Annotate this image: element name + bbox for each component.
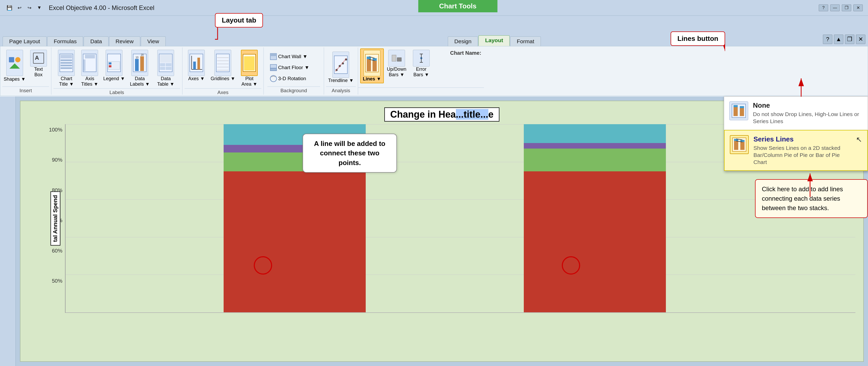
svg-rect-70 <box>734 107 738 116</box>
y-axis-label: tal Annual Spend <box>50 192 60 246</box>
svg-rect-25 <box>160 55 172 63</box>
bar-2 <box>524 124 666 312</box>
legend-button[interactable]: Legend ▼ <box>102 48 126 83</box>
svg-rect-10 <box>61 65 72 66</box>
axes-group-label: Axes <box>185 88 261 95</box>
plot-area-label: PlotArea ▼ <box>242 76 257 87</box>
error-bars-button[interactable]: ErrorBars ▼ <box>409 48 433 79</box>
bar2-seg-red <box>524 171 666 312</box>
circle-1 <box>254 256 272 274</box>
redo-btn[interactable]: ↪ <box>25 4 34 12</box>
updown-bars-label: Up/DownBars ▼ <box>387 67 406 77</box>
undo-btn[interactable]: ↩ <box>15 4 24 12</box>
tab-layout[interactable]: Layout <box>478 35 509 46</box>
axes-button[interactable]: Axes ▼ <box>185 48 208 83</box>
y-label-90: 90% <box>52 157 62 163</box>
close-btn[interactable]: ✕ <box>853 4 863 11</box>
help-icon[interactable]: ? <box>823 35 832 44</box>
tab-formulas[interactable]: Formulas <box>47 36 83 46</box>
svg-rect-77 <box>740 142 745 150</box>
svg-rect-55 <box>367 59 371 71</box>
series-lines-title: Series Lines <box>753 135 851 143</box>
plot-area-button[interactable]: PlotArea ▼ <box>238 48 261 88</box>
svg-rect-21 <box>140 56 144 71</box>
data-labels-button[interactable]: 1020 DataLabels ▼ <box>127 48 152 88</box>
svg-rect-35 <box>216 54 229 72</box>
tab-data[interactable]: Data <box>84 36 108 46</box>
none-text: None Do not show Drop Lines, High-Low Li… <box>753 101 863 125</box>
labels-group: ChartTitle ▼ AxisTitles ▼ Legend ▼ <box>51 47 182 95</box>
shapes-button[interactable]: Shapes ▼ <box>2 48 27 83</box>
chart-wall-button[interactable]: Chart Wall ▼ <box>268 52 315 61</box>
dropdown-series-lines-item[interactable]: Series Lines Show Series Lines on a 2D s… <box>724 130 868 171</box>
chart-name-label: Chart Name: <box>450 50 481 56</box>
tab-review[interactable]: Review <box>109 36 140 46</box>
svg-rect-9 <box>61 62 72 64</box>
axes-group: Axes ▼ Gridlines ▼ PlotArea ▼ Axes <box>182 47 264 95</box>
chart-floor-button[interactable]: Chart Floor ▼ <box>268 63 315 72</box>
analysis-group-label: Analysis <box>326 87 356 94</box>
updown-bars-button[interactable]: Up/DownBars ▼ <box>385 48 408 79</box>
help-btn[interactable]: ? <box>819 4 828 11</box>
error-bars-label: ErrorBars ▼ <box>413 67 429 77</box>
svg-rect-33 <box>193 62 196 69</box>
text-box-button[interactable]: A TextBox <box>28 48 49 79</box>
cursor-indicator: ↖ <box>856 135 862 144</box>
restore-btn[interactable]: ❐ <box>842 4 851 11</box>
shapes-label: Shapes ▼ <box>4 76 26 82</box>
window-controls[interactable]: ? — ❐ ✕ <box>819 4 863 11</box>
svg-rect-17 <box>109 62 112 64</box>
svg-rect-26 <box>160 63 165 66</box>
svg-rect-29 <box>166 67 172 70</box>
axis-titles-button[interactable]: AxisTitles ▼ <box>79 48 101 88</box>
svg-point-2 <box>15 57 21 62</box>
trendline-label: Trendline ▼ <box>328 78 354 83</box>
minimize-btn[interactable]: — <box>830 4 840 11</box>
svg-rect-11 <box>61 67 72 69</box>
insert-group-label: Insert <box>2 87 49 94</box>
ribbon-content: Shapes ▼ A TextBox Insert <box>0 46 868 96</box>
app-title: Excel Objective 4.00 - Microsoft Excel <box>49 4 154 11</box>
legend-label: Legend ▼ <box>103 76 125 81</box>
chart-floor-label: Chart Floor ▼ <box>278 65 309 70</box>
none-title: None <box>753 101 863 109</box>
chart-wall-label: Chart Wall ▼ <box>278 54 308 60</box>
y-label-60: 60% <box>52 248 62 254</box>
chart-title-button[interactable]: ChartTitle ▼ <box>55 48 78 88</box>
data-table-label: DataTable ▼ <box>157 76 174 87</box>
tab-page-layout[interactable]: Page Layout <box>3 36 46 46</box>
svg-rect-46 <box>270 64 277 68</box>
gridlines-label: Gridlines ▼ <box>211 76 235 81</box>
3d-rotation-button[interactable]: 3-D Rotation <box>268 74 315 83</box>
tab-view[interactable]: View <box>141 36 166 46</box>
svg-text:A: A <box>35 55 39 61</box>
svg-rect-71 <box>734 105 738 107</box>
data-labels-label: DataLabels ▼ <box>130 76 150 87</box>
trendline-button[interactable]: Trendline ▼ <box>327 50 355 85</box>
row-numbers <box>0 96 16 366</box>
lines-dropdown[interactable]: None Do not show Drop Lines, High-Low Li… <box>724 96 868 171</box>
svg-text:20: 20 <box>141 54 144 56</box>
circle-2 <box>562 256 580 274</box>
chart-tools-label: Chart Tools <box>439 2 476 10</box>
dropdown-none-item[interactable]: None Do not show Drop Lines, High-Low Li… <box>724 97 868 130</box>
axes-label: Axes ▼ <box>188 76 205 81</box>
quick-access-toolbar[interactable]: 💾 ↩ ↪ ▼ <box>5 4 43 12</box>
svg-rect-14 <box>83 60 86 71</box>
data-table-button[interactable]: DataTable ▼ <box>153 48 178 88</box>
none-icon <box>729 101 748 120</box>
customize-btn[interactable]: ▼ <box>35 4 43 12</box>
gridlines-button[interactable]: Gridlines ▼ <box>209 48 237 83</box>
close-icon[interactable]: ✕ <box>856 35 865 44</box>
minimize-ribbon-btn[interactable]: ▲ <box>834 35 843 44</box>
click-here-callout: Click here to add to add lines connectin… <box>755 179 868 218</box>
svg-rect-62 <box>397 58 401 61</box>
svg-rect-18 <box>109 65 112 67</box>
tab-design[interactable]: Design <box>448 36 478 46</box>
series-lines-icon <box>730 135 749 154</box>
save-btn[interactable]: 💾 <box>5 4 13 12</box>
tab-format[interactable]: Format <box>510 36 541 46</box>
svg-rect-8 <box>61 60 72 61</box>
restore-icon[interactable]: ❐ <box>845 35 855 44</box>
lines-button[interactable]: Lines ▼ <box>360 48 384 83</box>
